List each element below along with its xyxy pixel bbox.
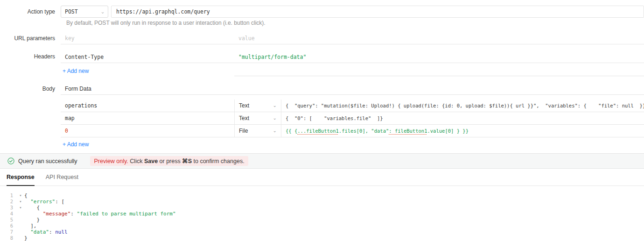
body-type-value: Text bbox=[239, 115, 249, 122]
url-param-key-input[interactable] bbox=[65, 35, 230, 42]
headers-row: Headers Content-Type "multipart/form-dat… bbox=[0, 51, 644, 63]
result-tabs: Response API Request bbox=[0, 169, 644, 186]
code-line: 1 ▾ { bbox=[0, 193, 644, 199]
body-add-new-button[interactable]: + Add new bbox=[63, 141, 89, 148]
body-key-field[interactable]: operations bbox=[61, 100, 234, 112]
response-json-viewer: 1 ▾ { 2 ▾ "errors": [ 3 ▾ { 4 "message":… bbox=[0, 186, 644, 241]
status-bar: Query ran successfully Preview only. Cli… bbox=[0, 153, 644, 169]
url-param-key-cell bbox=[61, 32, 234, 44]
url-param-value-cell bbox=[234, 32, 644, 44]
headers-label: Headers bbox=[0, 51, 61, 60]
body-type-value: File bbox=[239, 128, 248, 134]
body-value-field[interactable]: { "query": "mutation($file: Upload!) { u… bbox=[281, 100, 644, 112]
action-type-label: Action type bbox=[0, 6, 61, 15]
header-key-field[interactable]: Content-Type bbox=[61, 51, 234, 63]
body-row-operations: operations Text ⌄ { "query": "mutation($… bbox=[0, 100, 644, 112]
url-input[interactable] bbox=[111, 6, 644, 18]
url-params-row: URL parameters bbox=[0, 32, 644, 44]
chevron-down-icon: ⌄ bbox=[273, 129, 277, 133]
body-type-dropdown[interactable]: File ⌄ bbox=[234, 125, 281, 137]
preview-warning-text: Preview only. Click Save or press ⌘S to … bbox=[90, 156, 248, 166]
line-number: 1 bbox=[0, 193, 17, 199]
body-value-field[interactable]: {{ {...fileButton1.files[0], "data": fil… bbox=[281, 125, 644, 137]
body-label: Body bbox=[0, 83, 61, 92]
line-number: 4 bbox=[0, 211, 17, 217]
fold-toggle-icon[interactable]: ▾ bbox=[17, 199, 24, 205]
code-line: 6 ], bbox=[0, 223, 644, 229]
method-select[interactable]: POST ⌄ bbox=[61, 6, 108, 18]
header-value-field[interactable]: "multipart/form-data" bbox=[234, 51, 644, 63]
code-line: 3 ▾ { bbox=[0, 205, 644, 211]
method-value: POST bbox=[65, 8, 78, 15]
code-line: 7 "data": null bbox=[0, 229, 644, 235]
body-type-value: Text bbox=[239, 102, 249, 109]
code-line: 5 } bbox=[0, 217, 644, 223]
chevron-down-icon: ⌄ bbox=[273, 116, 277, 121]
line-number: 7 bbox=[0, 229, 17, 235]
code-line: 4 "message": "failed to parse multipart … bbox=[0, 211, 644, 217]
body-type-row: Body Form Data bbox=[0, 83, 644, 95]
body-type-dropdown[interactable]: Text ⌄ bbox=[234, 112, 281, 125]
tab-response[interactable]: Response bbox=[7, 169, 35, 186]
body-addnew-row: + Add new bbox=[0, 139, 644, 150]
chevron-down-icon: ⌄ bbox=[273, 103, 277, 108]
url-param-value-input[interactable] bbox=[238, 35, 640, 42]
tab-api-request[interactable]: API Request bbox=[46, 169, 78, 186]
line-number: 5 bbox=[0, 217, 17, 223]
body-type-select[interactable]: Form Data bbox=[61, 83, 644, 95]
code-line: 8 } bbox=[0, 235, 644, 241]
post-helper-text: By default, POST will only run in respon… bbox=[66, 20, 644, 27]
body-value-field[interactable]: { "0": [ "variables.file" ]} bbox=[281, 112, 644, 125]
headers-add-new-button[interactable]: + Add new bbox=[63, 68, 89, 74]
line-number: 6 bbox=[0, 223, 17, 229]
line-number: 2 bbox=[0, 199, 17, 205]
url-params-label: URL parameters bbox=[0, 32, 61, 42]
line-number: 3 bbox=[0, 205, 17, 211]
success-check-icon bbox=[7, 157, 14, 164]
body-key-field[interactable]: 0 bbox=[61, 125, 234, 137]
body-table: operations Text ⌄ { "query": "mutation($… bbox=[0, 100, 644, 150]
headers-empty-value-rule bbox=[234, 66, 644, 76]
code-line: 2 ▾ "errors": [ bbox=[0, 199, 644, 205]
action-type-row: Action type POST ⌄ bbox=[0, 6, 644, 18]
body-type-dropdown[interactable]: Text ⌄ bbox=[234, 100, 281, 112]
api-query-editor: Action type POST ⌄ By default, POST will… bbox=[0, 6, 644, 241]
query-status-text: Query ran successfully bbox=[18, 158, 77, 164]
chevron-down-icon: ⌄ bbox=[101, 9, 104, 14]
fold-toggle-icon[interactable]: ▾ bbox=[17, 193, 24, 199]
body-key-field[interactable]: map bbox=[61, 112, 234, 125]
headers-addnew-row: + Add new bbox=[0, 66, 644, 76]
body-row-map: map Text ⌄ { "0": [ "variables.file" ]} bbox=[0, 112, 644, 125]
fold-toggle-icon[interactable]: ▾ bbox=[17, 205, 24, 211]
line-number: 8 bbox=[0, 235, 17, 241]
body-row-file: 0 File ⌄ {{ {...fileButton1.files[0], "d… bbox=[0, 125, 644, 137]
